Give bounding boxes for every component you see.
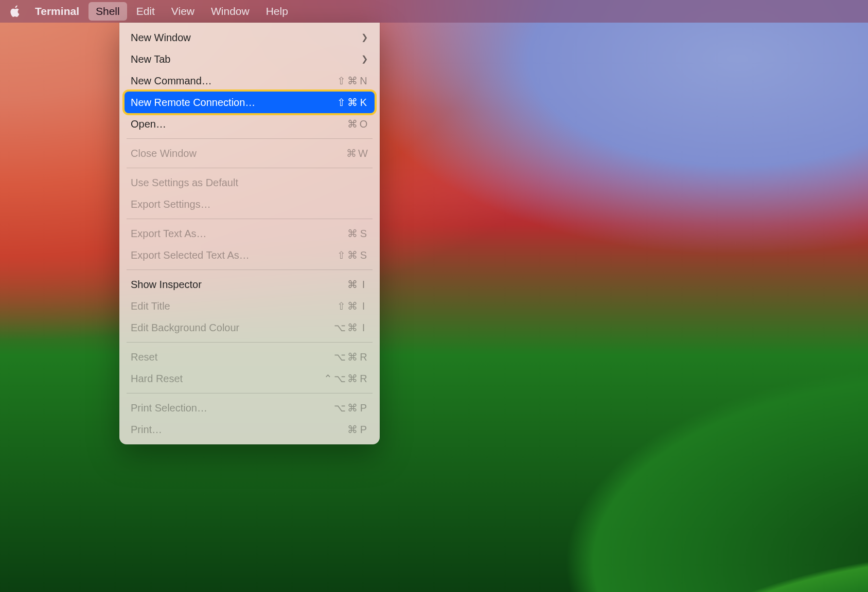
menu-item-label: Print Selection… [131,400,334,416]
menu-item-show-inspector[interactable]: Show Inspector⌘I [119,274,380,295]
menu-item-shortcut: ⇧⌘K [337,95,368,110]
menu-separator [127,138,373,139]
menu-item-label: Edit Background Colour [131,320,334,335]
menu-item-shortcut: ⌘P [347,422,368,437]
menu-item-label: Export Text As… [131,226,347,241]
chevron-right-icon: ❯ [361,30,368,45]
menubar-menu-shell[interactable]: Shell [88,2,127,21]
menu-item-label: Show Inspector [131,277,347,292]
menu-item-close-window: Close Window⌘W [119,142,380,164]
menu-item-export-selected-text-as: Export Selected Text As…⇧⌘S [119,244,380,266]
menu-separator [127,219,373,219]
menu-item-shortcut: ⇧⌘I [337,298,368,314]
menubar-app-name[interactable]: Terminal [28,5,86,17]
menu-item-use-settings-as-default: Use Settings as Default [119,172,380,193]
menu-item-edit-background-colour: Edit Background Colour⌥⌘I [119,317,380,338]
menu-separator [127,393,373,393]
menu-item-open[interactable]: Open…⌘O [119,113,380,135]
menu-item-hard-reset: Hard Reset⌃⌥⌘R [119,368,380,389]
menu-item-label: Use Settings as Default [131,175,368,190]
menu-item-shortcut: ⌘I [347,277,368,292]
menubar: Terminal Shell Edit View Window Help [0,0,868,23]
menu-item-shortcut: ⇧⌘S [337,247,368,263]
menu-item-label: Reset [131,349,334,365]
menu-item-shortcut: ⌘S [347,226,368,241]
menu-item-label: Export Settings… [131,196,368,212]
menu-item-shortcut: ⌃⌥⌘R [324,371,368,386]
menu-item-label: New Remote Connection… [131,95,337,110]
menubar-menu-window[interactable]: Window [204,2,257,21]
menu-item-label: New Command… [131,73,337,88]
menu-item-label: Hard Reset [131,371,324,386]
menu-item-new-command[interactable]: New Command…⇧⌘N [119,70,380,92]
menu-item-print-selection: Print Selection…⌥⌘P [119,397,380,419]
menu-item-label: Print… [131,422,347,437]
menu-item-shortcut: ⌥⌘I [334,320,368,335]
menu-item-label: Edit Title [131,298,337,314]
apple-menu-icon[interactable] [10,5,26,17]
menu-separator [127,342,373,343]
shell-menu-dropdown: New Window❯New Tab❯New Command…⇧⌘NNew Re… [119,23,380,444]
menu-item-shortcut: ⌥⌘R [334,349,368,365]
chevron-right-icon: ❯ [361,51,368,67]
menu-item-label: New Tab [131,51,361,67]
menu-separator [127,270,373,270]
menu-item-shortcut: ⌘O [347,116,368,132]
menu-item-label: Close Window [131,146,346,161]
menu-item-shortcut: ⌘W [346,146,368,161]
menubar-menu-help[interactable]: Help [259,2,295,21]
menu-item-edit-title: Edit Title⇧⌘I [119,295,380,317]
menu-item-new-window[interactable]: New Window❯ [119,27,380,48]
menu-item-reset: Reset⌥⌘R [119,346,380,368]
menu-item-label: Export Selected Text As… [131,247,337,263]
menu-item-shortcut: ⌥⌘P [334,400,368,416]
menu-item-label: New Window [131,30,361,45]
menubar-menu-view[interactable]: View [164,2,202,21]
menu-item-new-tab[interactable]: New Tab❯ [119,48,380,70]
menu-separator [127,168,373,168]
menu-item-export-text-as: Export Text As…⌘S [119,223,380,244]
menu-item-shortcut: ⇧⌘N [337,73,368,88]
menu-item-export-settings: Export Settings… [119,193,380,215]
menubar-menu-edit[interactable]: Edit [129,2,162,21]
menu-item-print: Print…⌘P [119,419,380,440]
menu-item-new-remote-connection[interactable]: New Remote Connection…⇧⌘K [119,92,380,113]
menu-item-label: Open… [131,116,347,132]
